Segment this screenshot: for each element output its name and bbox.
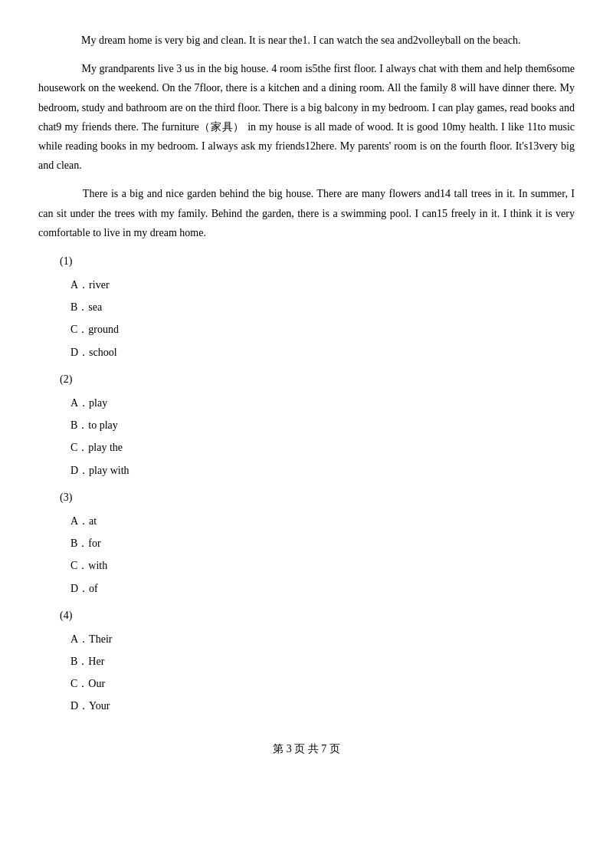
question-1-option-b[interactable]: B．sea	[70, 298, 575, 317]
question-3-option-c[interactable]: C．with	[70, 556, 575, 575]
question-1-option-a[interactable]: A．river	[70, 275, 575, 294]
paragraph-1: My dream home is very big and clean. It …	[38, 31, 575, 50]
question-3-option-a[interactable]: A．at	[70, 511, 575, 531]
question-2-option-a[interactable]: A．play	[70, 393, 575, 413]
question-2-option-c[interactable]: C．play the	[70, 438, 575, 457]
question-4-number: (4)	[60, 606, 575, 625]
question-1-number: (1)	[60, 252, 575, 271]
page-footer: 第 3 页 共 7 页	[38, 739, 575, 758]
paragraph-3: There is a big and nice garden behind th…	[38, 184, 575, 242]
question-4-option-a[interactable]: A．Their	[70, 630, 575, 649]
question-1: (1) A．river B．sea C．ground D．school	[38, 252, 575, 362]
question-1-option-d[interactable]: D．school	[70, 343, 575, 362]
question-4-option-d[interactable]: D．Your	[70, 696, 575, 715]
question-3-option-d[interactable]: D．of	[70, 579, 575, 598]
question-2-number: (2)	[60, 370, 575, 389]
question-2-option-d[interactable]: D．play with	[70, 461, 575, 480]
question-list: (1) A．river B．sea C．ground D．school (2) …	[38, 252, 575, 716]
question-4-option-c[interactable]: C．Our	[70, 674, 575, 693]
question-2-option-b[interactable]: B．to play	[70, 416, 575, 435]
question-2: (2) A．play B．to play C．play the D．play w…	[38, 370, 575, 480]
question-3-option-b[interactable]: B．for	[70, 534, 575, 553]
question-3: (3) A．at B．for C．with D．of	[38, 488, 575, 598]
question-3-number: (3)	[60, 488, 575, 507]
question-4-option-b[interactable]: B．Her	[70, 652, 575, 671]
question-4: (4) A．Their B．Her C．Our D．Your	[38, 606, 575, 716]
paragraph-2: My grandparents live 3 us in the big hou…	[38, 59, 575, 175]
question-1-option-c[interactable]: C．ground	[70, 320, 575, 339]
